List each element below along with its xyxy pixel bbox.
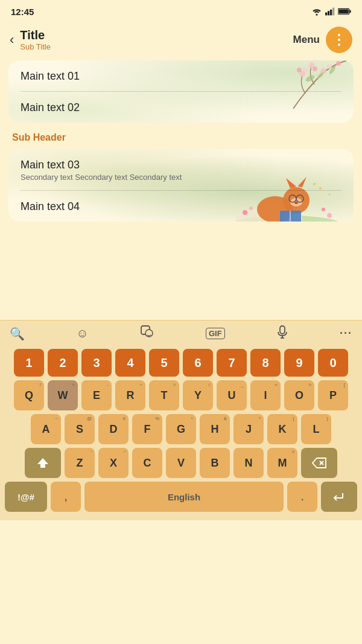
key-x[interactable]: X" <box>98 448 129 478</box>
key-5[interactable]: 5 <box>149 349 179 377</box>
backspace-key[interactable] <box>301 448 337 478</box>
menu-dots-button[interactable] <box>326 27 352 53</box>
shift-icon <box>36 457 49 469</box>
key-t[interactable]: T= <box>149 380 179 410</box>
list-item-3-secondary: Secondary text Secondary text Secondary … <box>21 173 341 182</box>
list-item-3-text: Main text 03 <box>21 159 341 171</box>
main-content-wrapper: Main text 01 Main text 02 Sub Header <box>0 60 362 320</box>
emoji-icon[interactable]: ☺ <box>76 327 88 340</box>
svg-rect-4 <box>332 8 334 16</box>
status-bar: 12:45 <box>0 0 362 22</box>
key-b[interactable]: B <box>200 448 230 478</box>
key-p[interactable]: P[ <box>318 380 348 410</box>
vertical-dots-icon <box>338 34 340 46</box>
key-y[interactable]: Y/ <box>183 380 213 410</box>
svg-rect-6 <box>349 10 351 13</box>
keyboard-toolbar: 🔍 ☺ GIF ··· <box>0 320 362 346</box>
sub-header-text: Sub Header <box>12 132 66 142</box>
sticker-icon[interactable] <box>140 325 154 342</box>
key-1[interactable]: 1 <box>14 349 44 377</box>
status-time: 12:45 <box>11 7 34 17</box>
gif-button[interactable]: GIF <box>206 328 225 339</box>
key-9[interactable]: 9 <box>284 349 314 377</box>
enter-key[interactable] <box>321 482 357 512</box>
svg-rect-44 <box>280 326 285 334</box>
list-item-1: Main text 01 <box>8 60 354 91</box>
symbols-key[interactable]: !@# <box>5 482 47 512</box>
key-4[interactable]: 4 <box>115 349 145 377</box>
key-k[interactable]: K( <box>267 414 297 444</box>
key-i[interactable]: I< <box>250 380 281 410</box>
mic-svg <box>276 325 288 339</box>
key-7[interactable]: 7 <box>217 349 247 377</box>
svg-rect-1 <box>325 13 327 16</box>
content-block-2: Main text 03 Secondary text Secondary te… <box>8 149 354 222</box>
key-h[interactable]: H& <box>200 414 230 444</box>
key-g[interactable]: G^ <box>166 414 196 444</box>
key-c[interactable]: C <box>132 448 162 478</box>
key-8[interactable]: 8 <box>250 349 281 377</box>
list-item-1-text: Main text 01 <box>21 70 341 83</box>
status-icons <box>311 7 351 16</box>
svg-marker-47 <box>37 458 48 468</box>
key-e[interactable]: E- <box>81 380 112 410</box>
backspace-icon <box>311 457 327 469</box>
battery-icon <box>338 8 351 15</box>
keyboard: 1 2 3 4 5 6 7 8 9 0 Q! W+ E- R÷ T= Y/ U_… <box>0 346 362 520</box>
header-left: ‹ Title Sub Title <box>10 28 51 51</box>
svg-rect-7 <box>338 9 349 13</box>
key-j[interactable]: J* <box>233 414 264 444</box>
key-n[interactable]: N <box>233 448 264 478</box>
key-d[interactable]: D# <box>98 414 129 444</box>
key-o[interactable]: O> <box>284 380 314 410</box>
key-q[interactable]: Q! <box>14 380 44 410</box>
qwerty-row: Q! W+ E- R÷ T= Y/ U_ I< O> P[ <box>5 380 357 410</box>
more-icon[interactable]: ··· <box>340 327 352 340</box>
key-3[interactable]: 3 <box>81 349 112 377</box>
header-right: Menu <box>293 27 352 53</box>
svg-rect-2 <box>328 11 329 15</box>
key-m[interactable]: M? <box>267 448 297 478</box>
key-z[interactable]: Z' <box>65 448 95 478</box>
svg-point-0 <box>316 14 318 16</box>
key-a[interactable]: A~ <box>31 414 61 444</box>
key-v[interactable]: V <box>166 448 196 478</box>
space-key[interactable]: English <box>84 482 284 512</box>
key-s[interactable]: S@ <box>65 414 95 444</box>
bottom-row: !@# , English . <box>5 482 357 512</box>
list-item-2-text: Main text 02 <box>21 101 341 114</box>
menu-label: Menu <box>293 34 320 46</box>
key-6[interactable]: 6 <box>183 349 213 377</box>
signal-icon <box>325 7 335 16</box>
zxcv-row: Z' X" C V B N M? <box>5 448 357 478</box>
mic-icon[interactable] <box>276 325 288 342</box>
list-items-1: Main text 01 Main text 02 <box>8 60 354 123</box>
page-title: Title <box>20 28 51 42</box>
sticker-svg <box>140 325 154 339</box>
comma-key[interactable]: , <box>51 482 81 512</box>
back-button[interactable]: ‹ <box>10 33 14 46</box>
list-item-2: Main text 02 <box>8 92 354 123</box>
asdf-row: A~ S@ D# F% G^ H& J* K( L) <box>5 414 357 444</box>
list-items-2: Main text 03 Secondary text Secondary te… <box>8 149 354 222</box>
list-item-4-text: Main text 04 <box>21 200 341 213</box>
key-u[interactable]: U_ <box>217 380 247 410</box>
key-w[interactable]: W+ <box>48 380 78 410</box>
search-icon[interactable]: 🔍 <box>10 327 25 341</box>
key-l[interactable]: L) <box>301 414 331 444</box>
page-subtitle: Sub Title <box>20 42 51 51</box>
period-key[interactable]: . <box>287 482 317 512</box>
number-row: 1 2 3 4 5 6 7 8 9 0 <box>5 349 357 377</box>
key-0[interactable]: 0 <box>318 349 348 377</box>
header: ‹ Title Sub Title Menu <box>0 22 362 60</box>
list-item-4: Main text 04 <box>8 191 354 222</box>
wifi-icon <box>311 7 322 16</box>
content-block-1: Main text 01 Main text 02 <box>8 60 354 123</box>
key-2[interactable]: 2 <box>48 349 78 377</box>
shift-key[interactable] <box>25 448 61 478</box>
key-r[interactable]: R÷ <box>115 380 145 410</box>
list-item-3: Main text 03 Secondary text Secondary te… <box>8 149 354 190</box>
key-f[interactable]: F% <box>132 414 162 444</box>
enter-icon <box>332 491 346 503</box>
sub-header: Sub Header <box>0 123 362 149</box>
